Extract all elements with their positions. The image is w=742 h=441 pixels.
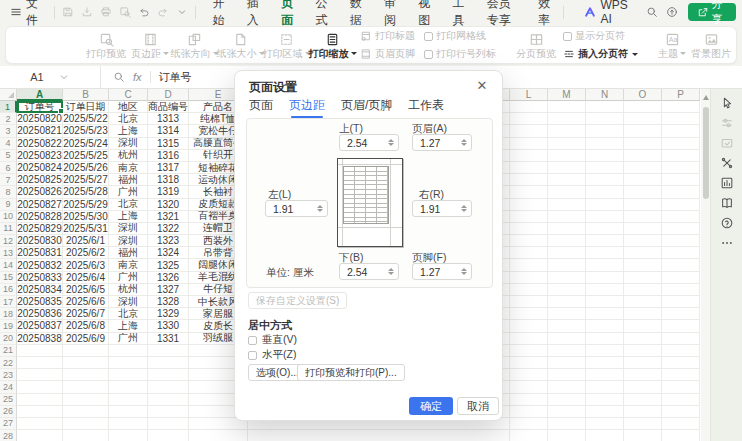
column-header-M[interactable]: M	[548, 89, 586, 101]
sheet-cell[interactable]	[148, 369, 189, 381]
row-header-1[interactable]: 1	[0, 101, 17, 113]
sheet-cell[interactable]	[17, 357, 63, 369]
name-box[interactable]: A1	[0, 66, 101, 88]
undo-icon[interactable]	[138, 6, 150, 18]
sheet-cell[interactable]	[624, 418, 662, 430]
sheet-cell[interactable]	[109, 406, 148, 418]
sheet-cell[interactable]: 杭州	[109, 284, 148, 296]
more-icon[interactable]	[720, 236, 734, 250]
sheet-cell[interactable]	[624, 113, 662, 125]
row-header-5[interactable]: 5	[0, 150, 17, 162]
row-header-3[interactable]: 3	[0, 125, 17, 137]
row-header-19[interactable]: 19	[0, 320, 17, 332]
sheet-cell[interactable]: 20250833	[17, 272, 63, 284]
quickbar-more-icon[interactable]	[176, 6, 188, 18]
sheet-cell[interactable]: 20250828	[17, 211, 63, 223]
search-icon[interactable]	[646, 6, 658, 18]
sheet-cell[interactable]	[662, 369, 700, 381]
sheet-cell[interactable]: 福州	[109, 174, 148, 186]
sheet-cell[interactable]: 1322	[148, 223, 189, 235]
sheet-cell[interactable]	[548, 345, 586, 357]
sheet-cell[interactable]	[586, 369, 624, 381]
sheet-cell[interactable]: 20250837	[17, 320, 63, 332]
ribbon-print-gridlines-checkbox[interactable]: 打印网格线	[424, 29, 496, 43]
sheet-cell[interactable]: 1324	[148, 247, 189, 259]
ribbon-print-area-button[interactable]: 打印区域	[266, 32, 307, 59]
sheet-cell[interactable]: 上海	[109, 320, 148, 332]
sheet-cell[interactable]	[662, 418, 700, 430]
sheet-cell[interactable]	[662, 296, 700, 308]
sheet-cell[interactable]	[17, 418, 63, 430]
sheet-cell[interactable]: 广州	[109, 272, 148, 284]
sheet-cell[interactable]	[548, 333, 586, 345]
sheet-cell[interactable]: 2025/6/7	[63, 308, 109, 320]
ribbon-paper-size-button[interactable]: 纸张大小	[220, 32, 261, 59]
sheet-cell[interactable]: 广州	[109, 333, 148, 345]
sheet-cell[interactable]: 上海	[109, 125, 148, 137]
footer-margin-spinner[interactable]: 1.27	[412, 263, 472, 280]
sheet-cell[interactable]: 2025/5/26	[63, 162, 109, 174]
ribbon-theme-button[interactable]: Aa 主题	[658, 32, 686, 59]
row-header-7[interactable]: 7	[0, 174, 17, 186]
bottom-margin-spinner[interactable]: 2.54	[339, 263, 399, 280]
sheet-cell[interactable]	[548, 259, 586, 271]
sheet-cell[interactable]	[148, 430, 189, 441]
menu-membership[interactable]: 会员专享	[487, 0, 522, 29]
wps-ai-button[interactable]: WPS AI	[584, 0, 631, 26]
sheet-cell[interactable]	[624, 223, 662, 235]
sheet-cell[interactable]	[586, 211, 624, 223]
sheet-cell[interactable]	[662, 174, 700, 186]
sheet-cell[interactable]	[586, 430, 624, 441]
sheet-cell[interactable]: 1315	[148, 138, 189, 150]
sheet-cell[interactable]: 2025/6/9	[63, 333, 109, 345]
sheet-cell[interactable]: 地区	[109, 101, 148, 113]
sheet-cell[interactable]: 1326	[148, 272, 189, 284]
sheet-cell[interactable]	[662, 357, 700, 369]
sheet-cell[interactable]	[662, 333, 700, 345]
sheet-cell[interactable]	[624, 296, 662, 308]
header-margin-spinner[interactable]: 1.27	[412, 134, 472, 151]
sheet-cell[interactable]	[662, 199, 700, 211]
sheet-cell[interactable]	[662, 406, 700, 418]
sheet-cell[interactable]	[510, 430, 548, 441]
ribbon-show-page-breaks-checkbox[interactable]: 显示分页符	[563, 29, 638, 43]
sheet-cell[interactable]	[548, 150, 586, 162]
sheet-cell[interactable]	[548, 272, 586, 284]
row-header-11[interactable]: 11	[0, 223, 17, 235]
sheet-cell[interactable]	[624, 162, 662, 174]
sheet-cell[interactable]	[63, 406, 109, 418]
select-all-corner[interactable]	[0, 89, 17, 101]
ribbon-print-scale-button[interactable]: 打印缩放	[312, 32, 353, 59]
menu-page-layout[interactable]: 页面	[281, 0, 298, 29]
sheet-cell[interactable]: 2025/5/29	[63, 199, 109, 211]
sheet-cell[interactable]: 福州	[109, 247, 148, 259]
quick-tools-icon[interactable]	[720, 156, 734, 170]
sheet-cell[interactable]	[248, 430, 510, 441]
sheet-cell[interactable]: 深圳	[109, 235, 148, 247]
sheet-cell[interactable]	[548, 357, 586, 369]
sheet-cell[interactable]	[510, 394, 548, 406]
sheet-cell[interactable]	[548, 125, 586, 137]
sheet-cell[interactable]	[624, 272, 662, 284]
sheet-cell[interactable]	[510, 369, 548, 381]
sheet-cell[interactable]	[510, 199, 548, 211]
menu-data[interactable]: 数据	[350, 0, 367, 29]
sheet-cell[interactable]	[586, 320, 624, 332]
sheet-cell[interactable]: 20250822	[17, 138, 63, 150]
sheet-cell[interactable]	[662, 284, 700, 296]
sheet-cell[interactable]	[109, 381, 148, 393]
row-header-28[interactable]: 28	[0, 430, 17, 441]
sheet-cell[interactable]	[662, 211, 700, 223]
screenshot-icon[interactable]	[720, 136, 734, 150]
sheet-cell[interactable]	[189, 430, 248, 441]
adjust-sliders-icon[interactable]	[720, 116, 734, 130]
sheet-cell[interactable]	[624, 247, 662, 259]
sheet-cell[interactable]	[586, 113, 624, 125]
right-margin-spinner[interactable]: 1.91	[412, 200, 472, 217]
row-header-27[interactable]: 27	[0, 418, 17, 430]
column-header-C[interactable]: C	[109, 89, 148, 101]
sheet-cell[interactable]	[63, 381, 109, 393]
row-header-21[interactable]: 21	[0, 345, 17, 357]
print-preview-and-print-button[interactable]: 打印预览和打印(P)...	[297, 364, 405, 381]
sheet-cell[interactable]	[624, 150, 662, 162]
